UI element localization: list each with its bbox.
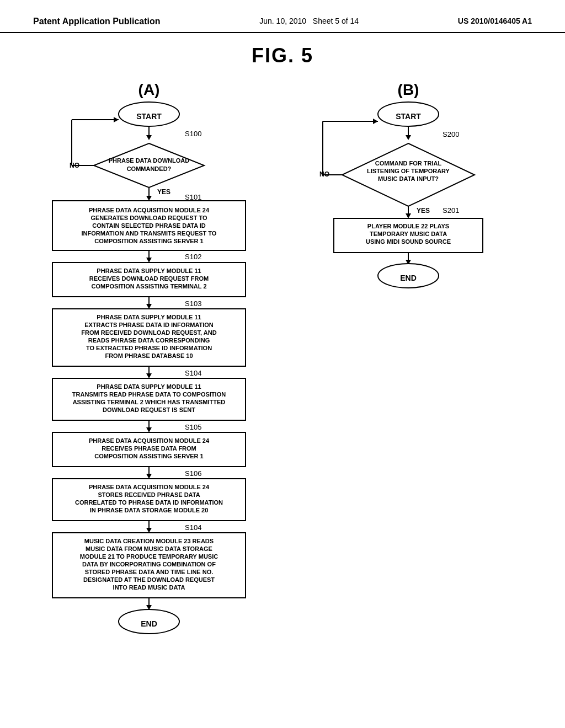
svg-marker-64 [373,119,378,124]
svg-text:DESIGNATED AT THE DOWNLOAD REQ: DESIGNATED AT THE DOWNLOAD REQUEST [83,576,215,583]
s200-label: S200 [443,130,459,138]
svg-text:COMMANDED?: COMMANDED? [127,165,172,172]
svg-text:PHRASE DATA ACQUISITION MODULE: PHRASE DATA ACQUISITION MODULE 24 [89,207,210,213]
svg-marker-66 [406,213,411,218]
flowchart-svg: (A) (B) START S100 PHRASE DATA DOWNLOAD … [22,78,543,702]
svg-text:PHRASE DATA ACQUISITION MODULE: PHRASE DATA ACQUISITION MODULE 24 [89,484,210,490]
svg-marker-9 [146,196,152,201]
svg-text:DOWNLOAD REQUEST IS SENT: DOWNLOAD REQUEST IS SENT [103,406,195,413]
end-label-a: END [141,619,157,628]
yes-label-a: YES [157,188,170,196]
fig-title: FIG. 5 [22,44,543,67]
content-area: FIG. 5 (A) (B) START S100 PHRASE DATA DO… [0,39,565,720]
svg-text:RECEIVES PHRASE DATA FROM: RECEIVES PHRASE DATA FROM [102,445,196,452]
svg-text:DATA BY INCORPORATING COMBINAT: DATA BY INCORPORATING COMBINATION OF [82,561,216,568]
s101-label: S101 [185,193,201,201]
svg-marker-35 [146,427,152,432]
svg-text:CORRELATED TO PHRASE DATA ID I: CORRELATED TO PHRASE DATA ID INFORMATION [75,499,223,506]
header-date: Jun. 10, 2010 [259,17,306,25]
svg-text:EXTRACTS PHRASE DATA ID INFORM: EXTRACTS PHRASE DATA ID INFORMATION [84,322,214,328]
header-patent-number: US 2010/0146405 A1 [458,17,532,25]
svg-text:COMPOSITION ASSISTING TERMINAL: COMPOSITION ASSISTING TERMINAL 2 [91,283,206,290]
svg-text:TEMPORARY MUSIC DATA: TEMPORARY MUSIC DATA [370,231,447,237]
svg-text:MUSIC DATA INPUT?: MUSIC DATA INPUT? [378,175,439,182]
s103-label: S103 [185,299,201,308]
svg-marker-40 [146,474,152,479]
svg-text:PHRASE DATA DOWNLOAD: PHRASE DATA DOWNLOAD [109,157,190,164]
svg-text:STORED PHRASE DATA AND TIME LI: STORED PHRASE DATA AND TIME LINE NO. [85,569,214,575]
end-label-b: END [400,274,417,282]
header-sheet: Sheet 5 of 14 [313,17,359,25]
page: Patent Application Publication Jun. 10, … [0,0,565,728]
svg-marker-29 [146,373,152,378]
svg-text:FROM RECEIVED DOWNLOAD REQUEST: FROM RECEIVED DOWNLOAD REQUEST, AND [81,329,216,336]
svg-text:PLAYER MODULE 22 PLAYS: PLAYER MODULE 22 PLAYS [367,223,449,229]
svg-text:IN PHRASE DATA STORAGE MODULE : IN PHRASE DATA STORAGE MODULE 20 [90,507,209,513]
col-b-label: (B) [398,81,419,98]
s104-label: S104 [185,369,201,377]
s102-label: S102 [185,253,201,261]
start-label-b: START [396,112,421,121]
col-a-label: (A) [138,81,160,98]
svg-marker-7 [114,117,119,122]
s100-label: S100 [185,130,201,138]
s106-label: S106 [185,469,201,478]
svg-text:COMPOSITION ASSISTING SERVER 1: COMPOSITION ASSISTING SERVER 1 [94,238,203,244]
s105-label: S105 [185,423,201,431]
start-label-a: START [136,112,162,121]
svg-text:ASSISTING TERMINAL 2 WHICH HAS: ASSISTING TERMINAL 2 WHICH HAS TRANSMITT… [73,399,226,405]
svg-text:COMMAND FOR TRIAL: COMMAND FOR TRIAL [375,160,442,167]
svg-text:CONTAIN SELECTED PHRASE DATA I: CONTAIN SELECTED PHRASE DATA ID [92,222,206,229]
svg-text:USING MIDI SOUND SOURCE: USING MIDI SOUND SOURCE [366,238,451,245]
header-publication-label: Patent Application Publication [33,17,161,26]
svg-text:MUSIC DATA CREATION MODULE 23 : MUSIC DATA CREATION MODULE 23 READS [84,538,214,544]
svg-text:PHRASE DATA SUPPLY MODULE 11: PHRASE DATA SUPPLY MODULE 11 [97,383,201,390]
svg-text:TO EXTRACTED PHRASE ID INFORMA: TO EXTRACTED PHRASE ID INFORMATION [86,345,212,351]
s107-label: S104 [185,523,201,532]
svg-marker-46 [146,528,152,533]
svg-marker-21 [146,304,152,309]
svg-text:READS PHRASE DATA CORRESPONDIN: READS PHRASE DATA CORRESPONDING [88,337,210,344]
svg-text:TRANSMITS READ PHRASE DATA TO : TRANSMITS READ PHRASE DATA TO COMPOSITIO… [72,391,226,398]
svg-marker-16 [146,258,152,263]
s201-label: S201 [443,206,459,215]
yes-label-b: YES [417,207,430,215]
svg-text:INFORMATION AND TRANSMITS REQU: INFORMATION AND TRANSMITS REQUEST TO [82,230,217,237]
flowchart-diagram: (A) (B) START S100 PHRASE DATA DOWNLOAD … [22,78,543,704]
svg-text:PHRASE DATA SUPPLY MODULE 11: PHRASE DATA SUPPLY MODULE 11 [97,267,201,274]
svg-text:PHRASE DATA SUPPLY MODULE 11: PHRASE DATA SUPPLY MODULE 11 [97,314,201,320]
svg-marker-57 [406,135,411,140]
svg-text:PHRASE DATA ACQUISITION MODULE: PHRASE DATA ACQUISITION MODULE 24 [89,437,210,444]
diamond-b [342,143,475,206]
svg-text:MUSIC DATA FROM MUSIC DATA STO: MUSIC DATA FROM MUSIC DATA STORAGE [86,545,212,552]
svg-text:COMPOSITION ASSISTING SERVER 1: COMPOSITION ASSISTING SERVER 1 [94,453,203,459]
svg-text:RECEIVES DOWNLOAD REQUEST FROM: RECEIVES DOWNLOAD REQUEST FROM [89,275,209,282]
svg-text:FROM PHRASE DATABASE 10: FROM PHRASE DATABASE 10 [105,352,193,359]
svg-text:STORES RECEIVED PHRASE DATA: STORES RECEIVED PHRASE DATA [98,491,200,498]
svg-marker-1 [146,135,152,140]
header-date-sheet: Jun. 10, 2010 Sheet 5 of 14 [259,17,359,25]
svg-text:GENERATES DOWNLOAD REQUEST TO: GENERATES DOWNLOAD REQUEST TO [90,215,207,221]
header: Patent Application Publication Jun. 10, … [0,0,565,33]
svg-text:INTO READ MUSIC DATA: INTO READ MUSIC DATA [113,584,185,591]
svg-text:MODULE 21 TO PRODUCE TEMPORARY: MODULE 21 TO PRODUCE TEMPORARY MUSIC [80,553,218,560]
svg-text:LISTENING OF TEMPORARY: LISTENING OF TEMPORARY [367,168,450,174]
